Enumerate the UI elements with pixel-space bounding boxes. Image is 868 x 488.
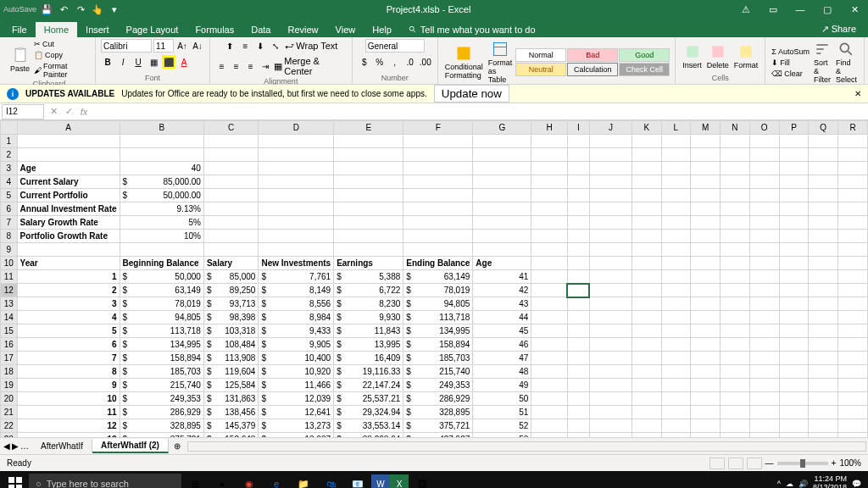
formula-input[interactable]	[92, 104, 868, 119]
percent-button[interactable]: %	[373, 55, 387, 69]
col-head-F[interactable]: F	[403, 121, 473, 135]
indent-icon[interactable]: ⇥	[259, 59, 271, 73]
merge-center-button[interactable]: ▦ Merge & Center	[273, 55, 346, 77]
row-1[interactable]: 1	[1, 135, 868, 148]
row-head-2[interactable]: 2	[1, 148, 18, 162]
row-12[interactable]: 122$63,149$89,250$8,149$6,722$78,01942	[1, 284, 868, 297]
col-head-K[interactable]: K	[632, 121, 662, 135]
row-6[interactable]: 6Annual Investment Rate9.13%	[1, 202, 868, 216]
col-head-H[interactable]: H	[531, 121, 568, 135]
row-head-15[interactable]: 15	[1, 324, 18, 338]
align-center-icon[interactable]: ≡	[230, 59, 242, 73]
taskbar-edge-icon[interactable]: e	[263, 471, 290, 488]
row-head-12[interactable]: 12	[1, 284, 18, 297]
wrap-text-button[interactable]: ⮐ Wrap Text	[284, 40, 338, 52]
col-head-E[interactable]: E	[334, 121, 403, 135]
row-22[interactable]: 2212$328,895$145,379$13,273$33,553.14$37…	[1, 419, 868, 433]
spreadsheet-grid[interactable]: ABCDEFGHIJKLMNOPQR123Age404Current Salar…	[0, 120, 868, 437]
clear-button[interactable]: ⌫ Clear	[771, 69, 810, 79]
tab-data[interactable]: Data	[242, 22, 279, 37]
row-21[interactable]: 2111$286,929$138,456$12,641$29,324.94$32…	[1, 406, 868, 419]
taskbar-app-1[interactable]: ●	[209, 471, 236, 488]
sheet-tab-2[interactable]: AfterWhatIf (2)	[92, 439, 169, 453]
col-head-N[interactable]: N	[721, 121, 750, 135]
taskbar-chrome-icon[interactable]: ◉	[236, 471, 263, 488]
number-format-dropdown[interactable]	[365, 39, 425, 53]
row-head-3[interactable]: 3	[1, 162, 18, 175]
taskbar-explorer-icon[interactable]: 📁	[290, 471, 317, 488]
start-button[interactable]	[2, 471, 29, 488]
increase-font-icon[interactable]: A↑	[175, 39, 189, 53]
find-select-button[interactable]: Find &Select	[834, 39, 859, 86]
row-head-14[interactable]: 14	[1, 311, 18, 324]
row-11[interactable]: 111$50,000$85,000$7,761$5,388$63,14941	[1, 270, 868, 284]
decrease-decimal-icon[interactable]: .00	[419, 55, 432, 69]
decrease-font-icon[interactable]: A↓	[191, 39, 204, 53]
tab-page-layout[interactable]: Page Layout	[118, 22, 187, 37]
name-box[interactable]	[2, 104, 44, 119]
row-head-11[interactable]: 11	[1, 270, 18, 284]
ribbon-display-icon[interactable]: ▭	[763, 0, 783, 19]
col-head-Q[interactable]: Q	[809, 121, 838, 135]
row-head-7[interactable]: 7	[1, 216, 18, 230]
col-head-O[interactable]: O	[749, 121, 779, 135]
align-top-icon[interactable]: ⬆	[223, 39, 236, 53]
touch-icon[interactable]: 👆	[91, 3, 104, 16]
style-check-cell[interactable]: Check Cell	[619, 63, 670, 76]
taskbar-search[interactable]: ○Type here to search	[29, 474, 181, 488]
row-head-22[interactable]: 22	[1, 419, 18, 433]
font-name-input[interactable]	[101, 39, 152, 53]
font-color-button[interactable]: A	[177, 55, 191, 69]
warning-icon[interactable]: ⚠	[736, 0, 756, 19]
font-size-input[interactable]	[153, 39, 174, 53]
row-head-19[interactable]: 19	[1, 379, 18, 392]
sort-filter-button[interactable]: Sort &Filter	[812, 39, 832, 86]
row-7[interactable]: 7Salary Growth Rate5%	[1, 216, 868, 230]
row-head-13[interactable]: 13	[1, 297, 18, 311]
format-painter-button[interactable]: 🖌 Format Painter	[33, 61, 90, 80]
task-view-icon[interactable]: ⊞	[181, 471, 209, 488]
currency-button[interactable]: $	[358, 55, 371, 69]
tray-cloud-icon[interactable]: ☁	[786, 480, 793, 488]
horizontal-scrollbar[interactable]	[187, 441, 866, 452]
row-2[interactable]: 2	[1, 148, 868, 162]
bold-button[interactable]: B	[101, 55, 114, 69]
row-14[interactable]: 144$94,805$98,398$8,984$9,930$113,71844	[1, 311, 868, 324]
tray-notifications-icon[interactable]: 💬	[852, 480, 861, 488]
row-9[interactable]: 9	[1, 243, 868, 257]
taskbar-store-icon[interactable]: 🛍	[317, 471, 344, 488]
row-head-8[interactable]: 8	[1, 230, 18, 243]
row-head-21[interactable]: 21	[1, 406, 18, 419]
row-head-6[interactable]: 6	[1, 202, 18, 216]
underline-button[interactable]: U	[131, 55, 145, 69]
tab-help[interactable]: Help	[364, 22, 400, 37]
fill-color-button[interactable]: ⬛	[162, 55, 175, 69]
taskbar-app-3[interactable]: 🖼	[409, 471, 436, 488]
align-left-icon[interactable]: ≡	[215, 59, 228, 73]
italic-button[interactable]: I	[116, 55, 130, 69]
sheet-nav-next-icon[interactable]: ▶	[12, 441, 19, 451]
style-neutral[interactable]: Neutral	[515, 63, 566, 76]
orientation-icon[interactable]: ⤡	[269, 39, 282, 53]
style-bad[interactable]: Bad	[567, 48, 618, 62]
format-as-table-button[interactable]: Format asTable	[487, 39, 515, 86]
row-head-9[interactable]: 9	[1, 243, 18, 257]
zoom-level[interactable]: 100%	[839, 458, 861, 468]
fx-icon[interactable]: fx	[76, 104, 92, 119]
update-now-button[interactable]: Update now	[434, 85, 509, 103]
cut-button[interactable]: ✂ Cut	[33, 39, 90, 49]
undo-icon[interactable]: ↶	[57, 3, 70, 16]
format-cells-button[interactable]: Format	[732, 42, 760, 71]
taskbar-app-2[interactable]: 📧	[344, 471, 371, 488]
cancel-formula-icon[interactable]: ✕	[46, 104, 61, 119]
cell-I12[interactable]	[567, 284, 589, 297]
style-normal[interactable]: Normal	[515, 48, 566, 62]
system-tray[interactable]: ^ ☁ 🔊 11:24 PM8/13/2018 💬	[772, 475, 866, 488]
share-button[interactable]: ↗ Share	[813, 21, 865, 37]
row-19[interactable]: 199$215,740$125,584$11,466$22,147.24$249…	[1, 379, 868, 392]
delete-cells-button[interactable]: Delete	[705, 42, 731, 71]
row-8[interactable]: 8Portfolio Growth Rate10%	[1, 230, 868, 243]
col-head-L[interactable]: L	[661, 121, 690, 135]
insert-cells-button[interactable]: Insert	[681, 42, 704, 71]
conditional-formatting-button[interactable]: ConditionalFormatting	[443, 43, 485, 81]
